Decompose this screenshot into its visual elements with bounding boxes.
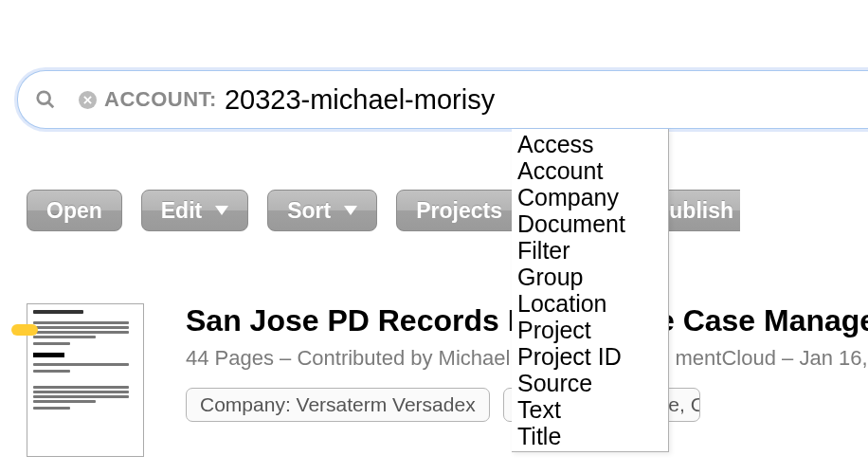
dropdown-item-location[interactable]: Location xyxy=(512,290,668,317)
annotation-marker-icon xyxy=(11,324,38,336)
projects-button-label: Projects xyxy=(416,198,502,224)
tag-company-label: Company: Versaterm Versadex xyxy=(200,393,476,415)
dropdown-item-group[interactable]: Group xyxy=(512,264,668,290)
svg-marker-5 xyxy=(344,206,357,215)
meta-prefix: 44 Pages – Contributed by Michael xyxy=(186,346,516,370)
dropdown-item-project-id[interactable]: Project ID xyxy=(512,343,668,370)
svg-point-0 xyxy=(38,92,50,104)
dropdown-item-filter[interactable]: Filter xyxy=(512,237,668,264)
open-button[interactable]: Open xyxy=(27,190,122,231)
dropdown-item-project[interactable]: Project xyxy=(512,317,668,343)
edit-button-label: Edit xyxy=(161,198,202,224)
tag-company[interactable]: Company: Versaterm Versadex xyxy=(186,388,490,422)
svg-marker-4 xyxy=(215,206,228,215)
dropdown-item-title[interactable]: Title xyxy=(512,423,668,449)
dropdown-item-account[interactable]: Account xyxy=(512,157,668,184)
dropdown-item-source[interactable]: Source xyxy=(512,370,668,396)
document-result: San Jose PD Records Request Re Case Mana… xyxy=(27,303,868,457)
search-icon xyxy=(35,89,56,110)
document-thumbnail[interactable] xyxy=(27,303,144,457)
clear-filter-icon[interactable] xyxy=(79,91,97,109)
edit-button[interactable]: Edit xyxy=(141,190,248,231)
sort-button-label: Sort xyxy=(287,198,331,224)
search-input[interactable] xyxy=(495,84,868,116)
caret-down-icon xyxy=(215,206,228,215)
search-bar[interactable]: ACCOUNT: 20323-michael-morisy xyxy=(17,70,868,129)
projects-button[interactable]: Projects xyxy=(396,190,522,231)
sort-button[interactable]: Sort xyxy=(267,190,377,231)
caret-down-icon xyxy=(344,206,357,215)
dropdown-item-access[interactable]: Access xyxy=(512,131,668,157)
dropdown-item-company[interactable]: Company xyxy=(512,184,668,210)
search-filter-chip: ACCOUNT: 20323-michael-morisy xyxy=(79,84,495,116)
dropdown-item-text[interactable]: Text xyxy=(512,396,668,423)
filter-chip-value: 20323-michael-morisy xyxy=(225,84,495,116)
open-button-label: Open xyxy=(46,198,102,224)
dropdown-item-document[interactable]: Document xyxy=(512,210,668,237)
svg-line-1 xyxy=(48,102,54,108)
filter-chip-label: ACCOUNT: xyxy=(104,87,217,112)
document-thumbnail-wrap xyxy=(27,303,144,457)
meta-suffix: mentCloud – Jan 16, 2020 xyxy=(676,346,868,370)
filter-field-dropdown: Access Account Company Document Filter G… xyxy=(512,129,669,452)
